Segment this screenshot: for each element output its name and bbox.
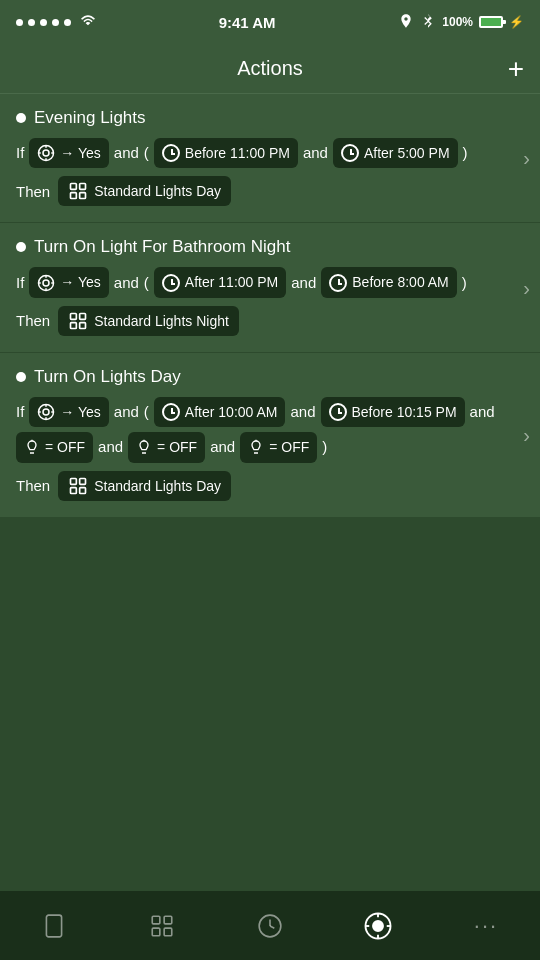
location-icon — [398, 13, 414, 32]
clock-tag-2a: After 11:00 PM — [154, 267, 286, 297]
and-text-1a: and — [114, 141, 139, 165]
svg-rect-6 — [71, 184, 77, 190]
and-text-3a: and — [114, 400, 139, 424]
battery-text: 100% — [442, 15, 473, 29]
signal-dot-4 — [52, 19, 59, 26]
add-action-button[interactable]: + — [508, 53, 524, 85]
paren-open-1: ( — [144, 141, 149, 165]
if-label-3: If — [16, 400, 24, 424]
rule-condition-1: If → Yes and ( Before 11:00 PM and After… — [16, 138, 524, 168]
svg-rect-7 — [80, 184, 86, 190]
signal-dot-2 — [28, 19, 35, 26]
svg-rect-35 — [152, 916, 160, 924]
if-label-2: If — [16, 271, 24, 295]
and-text-3d: and — [98, 435, 123, 459]
paren-open-3: ( — [144, 400, 149, 424]
status-bar: 9:41 AM 100% ⚡ — [0, 0, 540, 44]
svg-rect-18 — [71, 322, 77, 328]
page-title: Actions — [237, 57, 303, 80]
time-display: 9:41 AM — [219, 14, 276, 31]
then-label-1: Then — [16, 183, 50, 200]
svg-rect-29 — [71, 478, 77, 484]
radio-tag-2: → Yes — [29, 267, 108, 297]
lightning-icon: ⚡ — [509, 15, 524, 29]
and-text-3c: and — [470, 400, 495, 424]
scene-tag-1: Standard Lights Day — [58, 176, 231, 206]
scene-tag-3: Standard Lights Day — [58, 471, 231, 501]
paren-open-2: ( — [144, 271, 149, 295]
tab-bar: ··· — [0, 890, 540, 960]
svg-point-21 — [43, 409, 49, 415]
tab-scenes[interactable] — [132, 913, 192, 939]
rule-card-lights-day[interactable]: Turn On Lights Day If → Yes and ( After … — [0, 353, 540, 518]
battery-icon — [479, 16, 503, 28]
radio-tag-1: → Yes — [29, 138, 108, 168]
rule-card-evening-lights[interactable]: Evening Lights If → Yes and ( Before 11:… — [0, 94, 540, 223]
rule-title-3: Turn On Lights Day — [16, 367, 524, 387]
svg-rect-31 — [71, 487, 77, 493]
tab-actions-active[interactable] — [348, 911, 408, 941]
signal-area — [16, 13, 96, 32]
chevron-icon-3: › — [523, 423, 530, 446]
scene-tag-2: Standard Lights Night — [58, 306, 239, 336]
rule-condition-2: If → Yes and ( After 11:00 PM and Before… — [16, 267, 524, 297]
radio-tag-3: → Yes — [29, 397, 108, 427]
clock-tag-2b: Before 8:00 AM — [321, 267, 457, 297]
clock-tag-1b: After 5:00 PM — [333, 138, 458, 168]
paren-close-3: ) — [322, 435, 327, 459]
rule-bullet-2 — [16, 242, 26, 252]
clock-tag-1a: Before 11:00 PM — [154, 138, 298, 168]
svg-rect-17 — [80, 313, 86, 319]
rule-then-3: Then Standard Lights Day — [16, 471, 524, 501]
and-text-3b: and — [290, 400, 315, 424]
and-text-1b: and — [303, 141, 328, 165]
tab-more[interactable]: ··· — [456, 913, 516, 939]
if-label-1: If — [16, 141, 24, 165]
svg-point-11 — [43, 280, 49, 286]
svg-rect-32 — [80, 487, 86, 493]
and-text-2b: and — [291, 271, 316, 295]
svg-rect-38 — [164, 928, 172, 936]
rule-bullet-3 — [16, 372, 26, 382]
svg-rect-37 — [152, 928, 160, 936]
then-label-2: Then — [16, 312, 50, 329]
then-label-3: Then — [16, 477, 50, 494]
clock-tag-3a: After 10:00 AM — [154, 397, 286, 427]
paren-close-2: ) — [462, 271, 467, 295]
signal-dot-1 — [16, 19, 23, 26]
svg-point-1 — [43, 150, 49, 156]
rule-title-2: Turn On Light For Bathroom Night — [16, 237, 524, 257]
battery-area: 100% ⚡ — [398, 13, 524, 32]
signal-dot-3 — [40, 19, 47, 26]
chevron-icon-2: › — [523, 276, 530, 299]
svg-rect-8 — [71, 193, 77, 199]
nav-bar: Actions + — [0, 44, 540, 94]
rule-then-2: Then Standard Lights Night — [16, 306, 524, 336]
svg-rect-33 — [46, 915, 61, 937]
clock-tag-3b: Before 10:15 PM — [321, 397, 465, 427]
and-text-3e: and — [210, 435, 235, 459]
svg-rect-30 — [80, 478, 86, 484]
bluetooth-icon — [420, 13, 436, 32]
svg-point-43 — [373, 921, 383, 931]
bulb-tag-3c: = OFF — [240, 432, 317, 462]
and-text-2a: and — [114, 271, 139, 295]
rule-condition-3: If → Yes and ( After 10:00 AM and Before… — [16, 397, 524, 463]
svg-rect-36 — [164, 916, 172, 924]
wifi-icon — [80, 13, 96, 32]
svg-line-41 — [270, 926, 274, 928]
bulb-tag-3b: = OFF — [128, 432, 205, 462]
svg-rect-19 — [80, 322, 86, 328]
paren-close-1: ) — [463, 141, 468, 165]
signal-dot-5 — [64, 19, 71, 26]
rule-bullet-1 — [16, 113, 26, 123]
rule-title-1: Evening Lights — [16, 108, 524, 128]
tab-device[interactable] — [24, 913, 84, 939]
rule-then-1: Then Standard Lights Day — [16, 176, 524, 206]
rule-card-bathroom-night[interactable]: Turn On Light For Bathroom Night If → Ye… — [0, 223, 540, 352]
tab-automations[interactable] — [240, 913, 300, 939]
bulb-tag-3a: = OFF — [16, 432, 93, 462]
rules-list: Evening Lights If → Yes and ( Before 11:… — [0, 94, 540, 890]
chevron-icon-1: › — [523, 147, 530, 170]
svg-rect-9 — [80, 193, 86, 199]
